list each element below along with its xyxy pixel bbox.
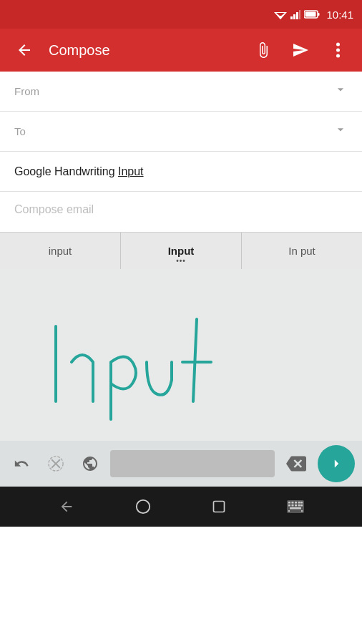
svg-rect-29 xyxy=(301,510,303,512)
compose-placeholder: Compose email xyxy=(14,203,94,215)
more-button[interactable] xyxy=(325,37,351,63)
svg-rect-5 xyxy=(296,12,298,19)
svg-point-14 xyxy=(137,500,150,513)
undo-icon xyxy=(14,456,29,472)
battery-icon xyxy=(304,10,320,19)
suggestion-item-1[interactable]: input xyxy=(0,233,121,269)
status-icons: 10:41 xyxy=(274,9,353,21)
svg-rect-24 xyxy=(295,504,297,507)
app-title: Compose xyxy=(49,42,239,59)
nav-home-icon xyxy=(135,499,151,514)
email-form: From To Google Handwriting Input Compose… xyxy=(0,72,362,232)
svg-rect-8 xyxy=(318,13,320,16)
backspace-button[interactable] xyxy=(280,449,312,478)
svg-rect-27 xyxy=(290,507,301,509)
svg-rect-26 xyxy=(300,504,303,507)
undo-button[interactable] xyxy=(7,449,36,478)
svg-rect-17 xyxy=(288,502,290,504)
svg-rect-9 xyxy=(305,12,316,17)
svg-rect-22 xyxy=(288,504,290,507)
svg-rect-21 xyxy=(300,502,303,504)
from-row[interactable]: From xyxy=(0,72,362,112)
svg-point-12 xyxy=(336,54,340,58)
compose-row[interactable]: Compose email xyxy=(0,192,362,232)
handwriting-area[interactable] xyxy=(0,269,362,441)
enter-button[interactable] xyxy=(318,445,355,482)
handwriting-canvas xyxy=(0,269,362,441)
send-button[interactable] xyxy=(288,37,313,63)
to-chevron-icon xyxy=(333,122,348,140)
keyboard-bottom xyxy=(0,441,362,487)
suggestion-item-2[interactable]: Input ••• xyxy=(121,233,242,269)
suggestion-item-3[interactable]: In put xyxy=(242,233,362,269)
delete-word-button[interactable] xyxy=(41,449,70,478)
subject-row[interactable]: Google Handwriting Input xyxy=(0,152,362,192)
back-button[interactable] xyxy=(11,37,37,63)
enter-icon xyxy=(327,454,346,473)
svg-rect-4 xyxy=(293,14,295,19)
globe-button[interactable] xyxy=(76,449,104,478)
suggestion-text-1: input xyxy=(49,245,72,257)
spacebar[interactable] xyxy=(110,450,275,477)
svg-rect-15 xyxy=(214,502,225,512)
paperclip-icon xyxy=(255,42,272,59)
to-label: To xyxy=(14,125,333,137)
attach-button[interactable] xyxy=(250,37,276,63)
svg-rect-25 xyxy=(298,504,300,507)
nav-home-button[interactable] xyxy=(129,492,157,521)
wifi-icon xyxy=(274,9,287,19)
nav-recents-icon xyxy=(212,499,226,514)
app-bar: Compose xyxy=(0,29,362,72)
svg-marker-2 xyxy=(278,16,283,19)
backspace-icon xyxy=(286,454,306,474)
svg-point-11 xyxy=(336,49,340,52)
status-time: 10:41 xyxy=(326,9,353,21)
nav-bar xyxy=(0,487,362,527)
send-icon xyxy=(292,42,309,59)
status-bar: 10:41 xyxy=(0,0,362,29)
more-icon xyxy=(336,42,340,58)
nav-recents-button[interactable] xyxy=(205,492,233,521)
suggestion-dots: ••• xyxy=(176,257,186,265)
to-row[interactable]: To xyxy=(0,112,362,152)
svg-rect-18 xyxy=(291,502,293,504)
suggestion-text-2: Input xyxy=(168,245,195,257)
subject-underlined-word: Input xyxy=(118,165,144,177)
nav-back-icon xyxy=(59,499,74,514)
svg-rect-19 xyxy=(295,502,297,504)
nav-keyboard-icon xyxy=(287,500,304,513)
nav-back-button[interactable] xyxy=(52,492,81,521)
from-chevron-icon xyxy=(333,82,348,100)
suggestions-bar: input Input ••• In put xyxy=(0,232,362,269)
suggestion-text-3: In put xyxy=(288,245,315,257)
svg-rect-23 xyxy=(291,504,293,507)
svg-rect-3 xyxy=(290,16,293,19)
nav-keyboard-button[interactable] xyxy=(281,492,310,521)
from-label: From xyxy=(14,85,333,97)
signal-icon xyxy=(290,9,300,19)
svg-rect-28 xyxy=(288,510,290,512)
subject-text: Google Handwriting Input xyxy=(14,165,144,178)
svg-rect-6 xyxy=(299,10,300,19)
delete-word-icon xyxy=(48,456,64,472)
svg-rect-20 xyxy=(298,502,300,504)
svg-point-10 xyxy=(336,43,340,47)
globe-icon xyxy=(82,455,99,472)
